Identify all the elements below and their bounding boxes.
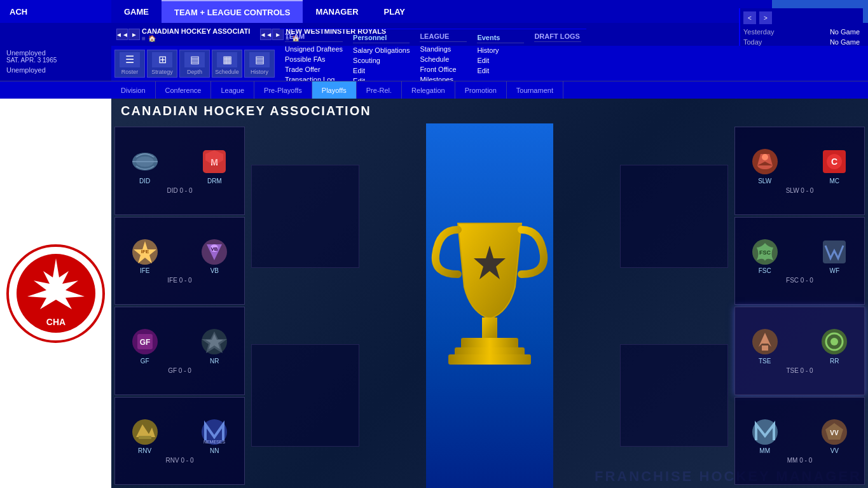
possible-fas-item[interactable]: Possible FAs [285, 54, 343, 64]
team1-name: CANADIAN HOCKEY ASSOCIATI [142, 27, 250, 35]
team1-menu-icon[interactable]: ≡ [142, 35, 146, 42]
tab-playoffs[interactable]: Playoffs [312, 81, 357, 99]
team-fsc-logo: FSC [750, 237, 779, 266]
nav-play[interactable]: PLAY [371, 0, 418, 23]
matchup-rnv-nn[interactable]: RNV NEMESES [114, 397, 245, 485]
matchup-slw-mc[interactable]: SLW C [734, 127, 865, 215]
tab-conference[interactable]: Conference [156, 81, 212, 99]
history-btn[interactable]: ▤ History [244, 50, 275, 78]
slw-logo-svg [751, 148, 779, 176]
roster-btn[interactable]: ☰ Roster [114, 50, 145, 78]
cha-logo-svg: CHA [15, 252, 97, 335]
team-rr-logo [820, 328, 849, 356]
nav-manager[interactable]: MANAGER [303, 0, 371, 23]
matchup-did-drm[interactable]: DID M [114, 127, 245, 215]
rr-logo-svg [820, 328, 848, 356]
svg-text:VB: VB [211, 246, 218, 252]
svg-point-31 [762, 154, 768, 160]
team-vv-logo: VV [820, 417, 849, 446]
team-rnv-logo [130, 417, 159, 446]
schedule-yesterday: Yesterday No Game [743, 27, 860, 37]
tab-tournament[interactable]: Tournament [507, 81, 563, 99]
cha-logo: CHA [6, 244, 105, 343]
strategy-btn[interactable]: ⊞ Strategy [147, 50, 177, 78]
tab-pre-playoffs[interactable]: Pre-Playoffs [254, 81, 312, 99]
mid-left-top [251, 165, 359, 268]
salary-item[interactable]: Scouting [353, 55, 410, 66]
tab-promotion[interactable]: Promotion [455, 81, 507, 99]
team-rnv: RNV [130, 417, 159, 454]
league-history-item[interactable]: Edit [477, 55, 524, 66]
standings-item[interactable]: Standings [420, 44, 467, 54]
rr-abbr: RR [830, 358, 839, 365]
unsigned-draftees-item[interactable]: Unsigned Draftees [285, 44, 343, 54]
league-edit-item[interactable]: Edit [477, 66, 524, 76]
logo-sidebar: CHA [0, 99, 111, 488]
mid-right-top [620, 165, 728, 268]
svg-rect-22 [139, 436, 151, 439]
personnel-item[interactable]: Salary Obligations [353, 45, 410, 55]
trophy-svg [420, 211, 560, 401]
team1-icons: ≡ 🏠 [142, 35, 250, 42]
matchup-tse-rr-teams: TSE [740, 328, 859, 365]
matchup-tse-rr[interactable]: TSE [734, 307, 865, 395]
team-nn-logo: NEMESES [200, 417, 229, 446]
history-label: History [251, 69, 268, 75]
gf-logo-svg: GF [131, 328, 159, 356]
nav-game[interactable]: GAME [111, 0, 162, 23]
team-drm: M DRM [200, 148, 229, 185]
svg-text:FSC: FSC [759, 249, 771, 256]
team1-prev-btn[interactable]: ◄◄ [116, 29, 128, 40]
team-mc-logo: C [820, 148, 849, 176]
icon-menu-bar: Unemployed SAT. APR. 3 1965 Unemployed ☰… [0, 46, 868, 81]
team2-prev-btn[interactable]: ◄◄ [260, 29, 272, 40]
tab-division[interactable]: Division [111, 81, 156, 99]
scouting-item[interactable]: Edit [353, 66, 410, 76]
schedule-prev-btn[interactable]: < [743, 11, 756, 24]
mm-logo-svg [751, 418, 779, 446]
matchup-ife-vb[interactable]: IFE IFE [114, 217, 245, 305]
schedule-icon: ▦ [217, 52, 237, 67]
team1-arrows: ◄◄ ► [116, 29, 140, 40]
matchup-gf-nr[interactable]: GF GF [114, 307, 245, 395]
mid-left-bottom [251, 344, 359, 447]
schedule-next-btn[interactable]: > [759, 11, 772, 24]
vv-abbr: VV [830, 447, 839, 454]
team1-home-icon[interactable]: 🏠 [148, 35, 156, 42]
nav-items: GAME TEAM + LEAGUE CONTROLS MANAGER PLAY [111, 0, 772, 23]
events-item[interactable]: Events [477, 32, 524, 43]
manager-date: SAT. APR. 3 1965 [6, 57, 105, 64]
matchup-mm-vv[interactable]: MM VV [734, 397, 865, 485]
team-nn: NEMESES NN [200, 417, 229, 454]
team-did-logo [130, 148, 159, 176]
league-schedule-item[interactable]: Schedule [420, 54, 467, 64]
did-logo-svg [131, 148, 159, 176]
nav-team-league[interactable]: TEAM + LEAGUE CONTROLS [162, 0, 303, 23]
tab-pre-rel[interactable]: Pre-Rel. [357, 81, 402, 99]
rnv-logo-svg [131, 418, 159, 446]
matchup-did-drm-teams: DID M [120, 148, 239, 185]
draft-logs-title: DRAFT LOGS [534, 32, 581, 42]
front-office-item[interactable]: Front Office [420, 64, 467, 74]
team-nr: NR [200, 328, 229, 365]
bracket-area: CANADIAN HOCKEY ASSOCIATION [111, 99, 868, 488]
schedule-btn[interactable]: ▦ Schedule [212, 50, 242, 78]
depth-btn[interactable]: ▤ Depth [179, 50, 210, 78]
rnv-abbr: RNV [138, 447, 151, 454]
trade-offer-item[interactable]: Trade Offer [285, 64, 343, 74]
finances-item[interactable]: Personnel [353, 32, 410, 43]
rules-item[interactable]: History [477, 45, 524, 55]
score-gf-nr: GF 0 - 0 [120, 367, 239, 374]
icon-row: ☰ Roster ⊞ Strategy ▤ Depth ▦ Schedule ▤ [111, 46, 868, 81]
team-gf-logo: GF [130, 328, 159, 356]
team1-next-btn[interactable]: ► [128, 29, 140, 40]
draft-logs-col: DRAFT LOGS [529, 29, 586, 47]
team-vv: VV VV [820, 417, 849, 454]
depth-icon: ▤ [184, 52, 205, 67]
matchup-ife-vb-teams: IFE IFE [120, 237, 239, 274]
score-tse-rr: TSE 0 - 0 [740, 367, 859, 374]
tab-league[interactable]: League [211, 81, 254, 99]
tab-relegation[interactable]: Relegation [402, 81, 455, 99]
matchup-fsc-wf[interactable]: FSC FSC [734, 217, 865, 305]
schedule-label: Schedule [215, 69, 239, 75]
